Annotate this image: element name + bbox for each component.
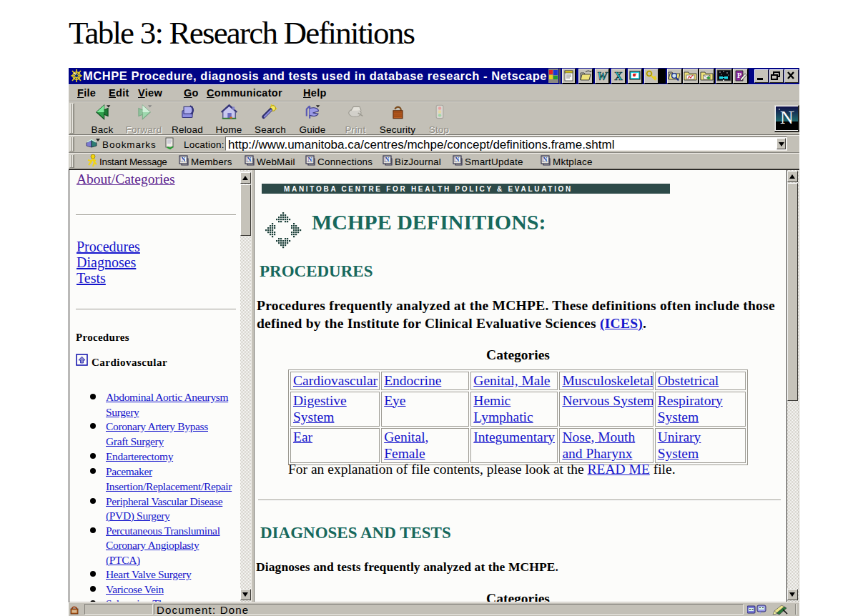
svg-text:W: W xyxy=(597,70,608,82)
svg-text:N: N xyxy=(308,157,312,163)
svg-text:N: N xyxy=(247,157,252,163)
svg-text:N: N xyxy=(455,157,460,163)
svg-text:N: N xyxy=(543,157,548,163)
svg-text:N: N xyxy=(385,157,390,163)
svg-text:N: N xyxy=(182,157,186,163)
svg-text:N: N xyxy=(780,107,794,128)
svg-text:X: X xyxy=(614,70,623,82)
